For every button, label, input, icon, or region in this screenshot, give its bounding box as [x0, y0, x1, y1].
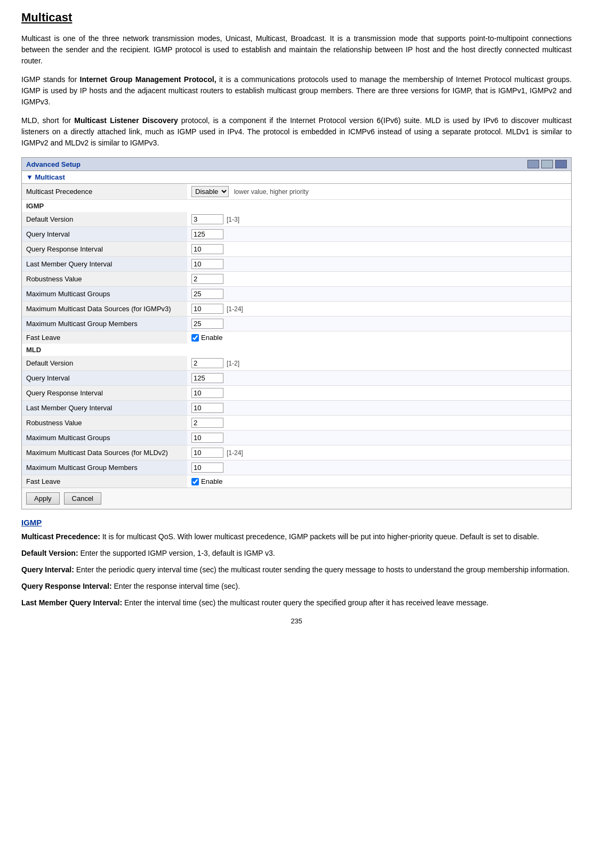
mld-input-3[interactable]: [191, 403, 223, 413]
mld-fast-leave-text-8: Enable: [201, 477, 222, 485]
multicast-precedence-cell: Disable Enable lower value, higher prior…: [187, 184, 571, 200]
mld-row-3: Last Member Query Interval: [22, 401, 571, 416]
multicast-precedence-select[interactable]: Disable Enable: [191, 186, 229, 197]
igmp-input-6[interactable]: [191, 304, 223, 314]
mld-row-7: Maximum Multicast Group Members: [22, 460, 571, 475]
mld-value-cell-6: [1-24]: [187, 445, 571, 460]
mld-label-0: Default Version: [22, 356, 187, 371]
igmp-value-cell-2: [187, 242, 571, 257]
section-multicast-header: ▼ Multicast: [22, 171, 571, 184]
igmp-input-4[interactable]: [191, 274, 223, 284]
bottom-para-bold-0: Multicast Precedence:: [21, 532, 100, 541]
igmp-input-3[interactable]: [191, 259, 223, 269]
intro-para2-prefix: IGMP stands for: [21, 75, 80, 84]
bottom-section-title: IGMP: [21, 518, 572, 527]
mld-value-cell-8: Enable: [187, 475, 571, 488]
multicast-precedence-hint: lower value, higher priority: [234, 188, 309, 196]
igmp-input-0[interactable]: [191, 214, 223, 224]
mld-input-7[interactable]: [191, 463, 223, 473]
igmp-label-0: Default Version: [22, 212, 187, 227]
igmp-label-4: Robustness Value: [22, 272, 187, 287]
mld-label-5: Maximum Multicast Groups: [22, 431, 187, 445]
icon-network3: [555, 160, 567, 168]
mld-fast-leave-label-8[interactable]: Enable: [191, 477, 567, 485]
mld-section-header-row: MLD: [22, 344, 571, 356]
mld-input-2[interactable]: [191, 388, 223, 398]
igmp-row-7: Maximum Multicast Group Members: [22, 317, 571, 331]
igmp-value-cell-0: [1-3]: [187, 212, 571, 227]
icon-network2: [541, 160, 553, 168]
mld-input-5[interactable]: [191, 433, 223, 443]
button-row: Apply Cancel: [22, 488, 571, 509]
igmp-label-7: Maximum Multicast Group Members: [22, 317, 187, 331]
igmp-hint-6: [1-24]: [227, 305, 243, 313]
mld-input-1[interactable]: [191, 373, 223, 383]
mld-section-label: MLD: [22, 344, 571, 356]
advanced-setup-panel: Advanced Setup ▼ Multicast Multicast Pre…: [21, 157, 572, 509]
igmp-row-1: Query Interval: [22, 227, 571, 242]
igmp-value-cell-3: [187, 257, 571, 272]
mld-row-4: Robustness Value: [22, 416, 571, 431]
igmp-row-6: Maximum Multicast Data Sources (for IGMP…: [22, 302, 571, 317]
igmp-label-5: Maximum Multicast Groups: [22, 287, 187, 302]
mld-fast-leave-checkbox-8[interactable]: [191, 478, 199, 485]
igmp-section-label: IGMP: [22, 200, 571, 213]
igmp-row-2: Query Response Interval: [22, 242, 571, 257]
mld-value-cell-0: [1-2]: [187, 356, 571, 371]
page-number: 235: [21, 617, 572, 625]
mld-label-3: Last Member Query Interval: [22, 401, 187, 416]
mld-row-5: Maximum Multicast Groups: [22, 431, 571, 445]
bottom-para-0: Multicast Precedence: It is for multicas…: [21, 531, 572, 542]
mld-label-8: Fast Leave: [22, 475, 187, 488]
mld-input-0[interactable]: [191, 358, 223, 368]
mld-row-8: Fast LeaveEnable: [22, 475, 571, 488]
intro-para3-prefix: MLD, short for: [21, 116, 74, 125]
apply-button[interactable]: Apply: [26, 492, 60, 505]
igmp-label-3: Last Member Query Interval: [22, 257, 187, 272]
igmp-row-4: Robustness Value: [22, 272, 571, 287]
mld-label-4: Robustness Value: [22, 416, 187, 431]
igmp-input-5[interactable]: [191, 289, 223, 299]
igmp-input-1[interactable]: [191, 229, 223, 239]
mld-input-6[interactable]: [191, 448, 223, 458]
igmp-fast-leave-checkbox-8[interactable]: [191, 334, 199, 342]
cancel-button[interactable]: Cancel: [64, 492, 101, 505]
igmp-hint-0: [1-3]: [227, 216, 239, 223]
igmp-label-2: Query Response Interval: [22, 242, 187, 257]
panel-header: Advanced Setup: [22, 158, 571, 171]
intro-para-1: Multicast is one of the three network tr…: [21, 33, 572, 67]
igmp-fast-leave-text-8: Enable: [201, 334, 222, 342]
mld-label-6: Maximum Multicast Data Sources (for MLDv…: [22, 445, 187, 460]
igmp-value-cell-5: [187, 287, 571, 302]
igmp-input-2[interactable]: [191, 244, 223, 254]
mld-hint-6: [1-24]: [227, 449, 243, 457]
mld-row-6: Maximum Multicast Data Sources (for MLDv…: [22, 445, 571, 460]
bottom-section: IGMP Multicast Precedence: It is for mul…: [21, 518, 572, 609]
mld-row-1: Query Interval: [22, 371, 571, 386]
page-title: Multicast: [21, 11, 572, 25]
igmp-fast-leave-label-8[interactable]: Enable: [191, 334, 567, 342]
igmp-row-5: Maximum Multicast Groups: [22, 287, 571, 302]
igmp-row-3: Last Member Query Interval: [22, 257, 571, 272]
section-multicast-label: ▼ Multicast: [26, 173, 65, 181]
bottom-para-bold-3: Query Response Interval:: [21, 582, 112, 590]
mld-row-0: Default Version[1-2]: [22, 356, 571, 371]
bottom-para-3: Query Response Interval: Enter the respo…: [21, 581, 572, 592]
mld-value-cell-4: [187, 416, 571, 431]
mld-input-4[interactable]: [191, 418, 223, 428]
mld-value-cell-7: [187, 460, 571, 475]
igmp-label-6: Maximum Multicast Data Sources (for IGMP…: [22, 302, 187, 317]
igmp-input-7[interactable]: [191, 319, 223, 329]
igmp-label-1: Query Interval: [22, 227, 187, 242]
igmp-value-cell-7: [187, 317, 571, 331]
igmp-row-8: Fast LeaveEnable: [22, 331, 571, 344]
igmp-label-8: Fast Leave: [22, 331, 187, 344]
intro-para-2: IGMP stands for Internet Group Managemen…: [21, 74, 572, 108]
mld-row-2: Query Response Interval: [22, 386, 571, 401]
igmp-value-cell-8: Enable: [187, 331, 571, 344]
panel-title: Advanced Setup: [26, 160, 81, 168]
mld-hint-0: [1-2]: [227, 360, 239, 367]
igmp-row-0: Default Version[1-3]: [22, 212, 571, 227]
bottom-para-bold-4: Last Member Query Interval:: [21, 598, 122, 607]
mld-value-cell-3: [187, 401, 571, 416]
